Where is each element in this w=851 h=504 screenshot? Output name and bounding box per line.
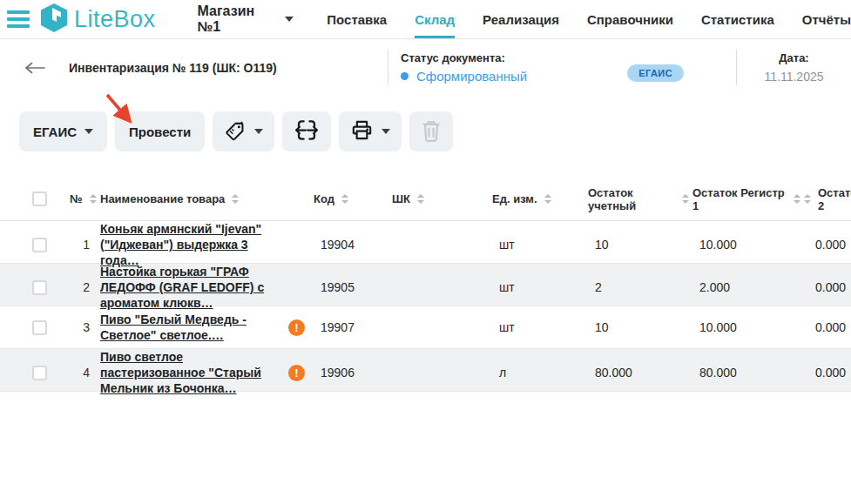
sort-icon[interactable]: [90, 194, 97, 204]
store-selector[interactable]: Магазин №1: [198, 0, 294, 38]
row-checkbox[interactable]: [32, 366, 47, 380]
print-dropdown-button[interactable]: [339, 111, 402, 151]
delete-button: [409, 111, 453, 151]
litebox-logo-text: LiteBox: [74, 6, 156, 33]
column-header-shk[interactable]: ШК: [392, 192, 492, 205]
status-dot-icon: [401, 72, 409, 80]
stock-register2: 0.000: [804, 366, 851, 380]
back-arrow-icon[interactable]: [24, 62, 45, 74]
nav-item-postavka[interactable]: Поставка: [327, 0, 387, 38]
document-header: Инвентаризация № 119 (ШК: О119) Статус д…: [0, 39, 851, 97]
status-label: Статус документа:: [401, 51, 527, 64]
printer-icon: [350, 118, 374, 144]
toolbar: ЕГАИС Провести: [19, 111, 851, 151]
product-code: 19904: [314, 238, 392, 252]
select-all-checkbox[interactable]: [32, 192, 47, 206]
litebox-logo[interactable]: LiteBox: [41, 0, 156, 38]
column-header-unit[interactable]: Ед. изм.: [492, 192, 588, 205]
price-tag-dropdown-button[interactable]: [213, 111, 274, 151]
trash-icon: [421, 119, 442, 144]
row-number: 1: [61, 238, 100, 252]
date-section: Дата: 11.11.2025: [736, 50, 851, 85]
row-checkbox[interactable]: [32, 280, 47, 295]
chevron-down-icon: [382, 129, 390, 134]
stock-register2: 0.000: [804, 238, 851, 252]
litebox-cube-icon: [41, 3, 67, 36]
stock-accounting: 2: [588, 280, 692, 294]
product-unit: шт: [492, 238, 588, 252]
table-header-row: № Наименование товара Код ШК Ед. изм. Ос…: [0, 178, 851, 221]
warning-icon: !: [288, 319, 305, 336]
column-header-code[interactable]: Код: [314, 192, 392, 205]
stock-register2: 0.000: [804, 280, 851, 294]
column-header-reg1[interactable]: Остаток Регистр 1: [692, 186, 804, 212]
stock-register1: 10.000: [692, 238, 804, 252]
status-value: Сформированный: [416, 69, 527, 84]
store-selector-label: Магазин №1: [198, 3, 279, 35]
sort-icon[interactable]: [341, 194, 348, 204]
product-code: 19905: [314, 280, 392, 294]
stock-register1: 10.000: [692, 320, 804, 334]
stock-accounting: 10: [588, 320, 692, 334]
stock-register2: 0.000: [804, 320, 851, 334]
status-section: Статус документа: Сформированный ЕГАИС: [388, 50, 736, 85]
nav-item-otchety[interactable]: Отчёты: [802, 0, 851, 38]
sort-icon[interactable]: [794, 194, 800, 204]
column-header-stock2[interactable]: Остаток 2: [804, 186, 851, 212]
sort-icon[interactable]: [804, 194, 811, 204]
document-title: Инвентаризация № 119 (ШК: О119): [69, 61, 277, 75]
product-unit: шт: [492, 280, 588, 294]
main-nav: Поставка Склад Реализация Справочники Ст…: [327, 0, 851, 38]
product-code: 19907: [314, 320, 392, 334]
barcode-scan-button[interactable]: [282, 111, 331, 151]
product-name-link[interactable]: Настойка горькая "ГРАФ ЛЕДОФФ (GRAF LEDO…: [100, 264, 285, 311]
column-header-name[interactable]: Наименование товара: [100, 192, 314, 205]
stock-accounting: 80.000: [588, 366, 692, 380]
product-code: 19906: [314, 366, 392, 380]
nav-item-sklad[interactable]: Склад: [415, 0, 455, 38]
sort-icon[interactable]: [232, 194, 239, 204]
product-name-link[interactable]: Пиво "Белый Медведь - Светлое" светлое.…: [100, 312, 285, 343]
chevron-down-icon: [254, 129, 263, 134]
table-row: 3 Пиво "Белый Медведь - Светлое" светлое…: [0, 306, 851, 349]
sort-icon[interactable]: [417, 194, 424, 204]
row-checkbox[interactable]: [32, 320, 47, 335]
inventory-table: № Наименование товара Код ШК Ед. изм. Ос…: [0, 178, 851, 392]
stock-accounting: 10: [588, 238, 692, 252]
post-document-button[interactable]: Провести: [115, 111, 205, 151]
tag-icon: [224, 119, 247, 144]
post-button-label: Провести: [129, 124, 191, 139]
nav-item-statistika[interactable]: Статистика: [701, 0, 774, 38]
egais-badge: ЕГАИС: [627, 64, 684, 82]
table-row: 1 Коньяк армянский "Ijevan" ("Иджеван") …: [0, 221, 851, 264]
egais-button-label: ЕГАИС: [33, 124, 77, 139]
egais-dropdown-button[interactable]: ЕГАИС: [19, 111, 107, 151]
product-name-link[interactable]: Коньяк армянский "Ijevan" ("Иджеван") вы…: [100, 221, 285, 268]
sort-icon[interactable]: [682, 194, 689, 204]
date-value: 11.11.2025: [737, 70, 851, 84]
table-row: 2 Настойка горькая "ГРАФ ЛЕДОФФ (GRAF LE…: [0, 264, 851, 306]
row-checkbox[interactable]: [32, 238, 47, 252]
chevron-down-icon: [285, 17, 294, 22]
date-label: Дата:: [737, 51, 851, 64]
row-number: 4: [61, 366, 100, 380]
row-number: 2: [61, 280, 100, 294]
nav-item-spravochniki[interactable]: Справочники: [587, 0, 673, 38]
product-unit: л: [492, 366, 588, 380]
barcode-scan-icon: [294, 118, 320, 144]
column-header-num[interactable]: №: [61, 192, 100, 205]
product-name-link[interactable]: Пиво светлое пастеризованное "Старый Мел…: [100, 349, 285, 396]
stock-register1: 80.000: [692, 366, 804, 380]
nav-item-realizaciya[interactable]: Реализация: [483, 0, 559, 38]
table-row: 4 Пиво светлое пастеризованное "Старый М…: [0, 349, 851, 392]
product-unit: шт: [492, 320, 588, 334]
column-header-stock[interactable]: Остаток учетный: [588, 186, 692, 212]
row-number: 3: [61, 320, 100, 334]
warning-icon: !: [288, 365, 305, 381]
stock-register1: 2.000: [692, 280, 804, 294]
chevron-down-icon: [84, 129, 93, 134]
sort-icon[interactable]: [544, 194, 551, 204]
menu-icon[interactable]: [7, 0, 32, 38]
top-navigation-bar: LiteBox Магазин №1 Поставка Склад Реализ…: [0, 0, 851, 39]
